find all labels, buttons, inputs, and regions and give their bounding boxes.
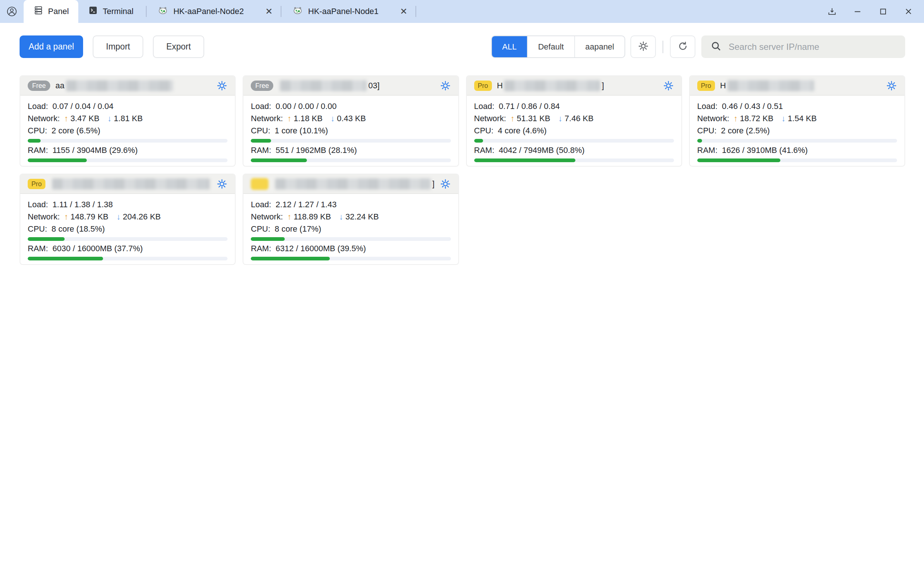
card-settings-gear-icon[interactable] <box>216 179 228 189</box>
account-icon[interactable] <box>0 0 24 23</box>
ram-progress-fill <box>697 159 780 162</box>
panel-card-body: Load: 0.71 / 0.86 / 0.84 Network: ↑ 51.3… <box>467 96 681 162</box>
import-button[interactable]: Import <box>93 36 143 58</box>
tab-terminal-label: Terminal <box>103 7 134 16</box>
panel-card[interactable]: Pro H Load: 0.46 / 0.43 / 0.51 <box>689 75 905 167</box>
filter-all[interactable]: ALL <box>492 36 527 57</box>
card-settings-gear-icon[interactable] <box>663 80 674 91</box>
ram-progress-fill <box>474 159 576 162</box>
network-row: Network: ↑ 1.18 KB ↓ 0.43 KB <box>251 112 450 125</box>
redacted-name-blur <box>275 179 430 189</box>
maximize-icon[interactable] <box>870 0 896 23</box>
ram-value: 551 / 1962MB (28.1%) <box>276 144 357 156</box>
network-row: Network: ↑ 51.31 KB ↓ 7.46 KB <box>474 112 674 125</box>
server-name-prefix: aa <box>56 81 64 90</box>
cpu-progress-track <box>28 237 228 241</box>
ram-row: RAM: 1626 / 3910MB (41.6%) <box>697 144 897 156</box>
refresh-button[interactable] <box>670 36 695 58</box>
panel-card-body: Load: 0.46 / 0.43 / 0.51 Network: ↑ 18.7… <box>690 96 904 162</box>
add-panel-button[interactable]: Add a panel <box>20 36 83 58</box>
cpu-value: 2 core (2.5%) <box>721 125 770 137</box>
panel-card[interactable]: Pro H ] Load: 0.71 / 0.86 / 0.84 <box>466 75 682 167</box>
group-settings-button[interactable] <box>630 36 656 58</box>
panel-card[interactable]: ] Load: 2.12 / 1.27 / 1.43 Network: ↑ <box>243 174 459 265</box>
download-icon[interactable] <box>819 0 844 23</box>
panel-card[interactable]: Free 03] Load: 0.00 / 0.00 / 0.00 <box>243 75 459 167</box>
plan-badge: Pro <box>697 81 715 91</box>
card-settings-gear-icon[interactable] <box>886 80 897 91</box>
upload-arrow-icon: ↑ <box>287 112 291 125</box>
load-label: Load: <box>474 100 495 112</box>
tab-node1[interactable]: HK-aaPanel-Node1 ✕ <box>284 0 412 23</box>
load-row: Load: 0.07 / 0.04 / 0.04 <box>28 100 228 112</box>
panel-card-body: Load: 0.00 / 0.00 / 0.00 Network: ↑ 1.18… <box>243 96 458 162</box>
filter-default[interactable]: Default <box>527 36 574 57</box>
network-row: Network: ↑ 3.47 KB ↓ 1.81 KB <box>28 112 228 125</box>
server-name-suffix: ] <box>432 179 434 189</box>
terminal-icon <box>88 5 98 18</box>
panel-card-header: ] <box>243 174 458 194</box>
server-name: aa <box>56 80 211 91</box>
cpu-label: CPU: <box>28 223 47 235</box>
card-settings-gear-icon[interactable] <box>440 80 451 91</box>
cpu-row: CPU: 2 core (2.5%) <box>697 125 897 137</box>
cpu-label: CPU: <box>28 125 47 137</box>
network-up-value: 148.79 KB <box>70 210 109 223</box>
ram-row: RAM: 551 / 1962MB (28.1%) <box>251 144 450 156</box>
window-controls <box>819 0 924 23</box>
ram-label: RAM: <box>697 144 717 156</box>
panel-card[interactable]: Pro Load: 1.11 / 1.38 / 1.38 <box>20 174 236 265</box>
network-label: Network: <box>28 112 60 125</box>
load-row: Load: 0.00 / 0.00 / 0.00 <box>251 100 450 112</box>
card-settings-gear-icon[interactable] <box>216 80 228 91</box>
close-icon[interactable] <box>896 0 921 23</box>
cpu-value: 1 core (10.1%) <box>275 125 328 137</box>
card-settings-gear-icon[interactable] <box>440 179 451 189</box>
network-row: Network: ↑ 148.79 KB ↓ 204.26 KB <box>28 210 228 223</box>
load-row: Load: 2.12 / 1.27 / 1.43 <box>251 198 450 210</box>
ram-label: RAM: <box>251 144 271 156</box>
ram-progress-track <box>251 159 450 162</box>
tab-node2[interactable]: HK-aaPanel-Node2 ✕ <box>150 0 278 23</box>
tab-node1-close-icon[interactable]: ✕ <box>400 7 407 16</box>
redacted-name-blur <box>280 80 367 91</box>
plan-badge: Pro <box>28 179 45 189</box>
search-input[interactable] <box>729 42 891 52</box>
ram-row: RAM: 4042 / 7949MB (50.8%) <box>474 144 674 156</box>
cpu-label: CPU: <box>251 125 270 137</box>
export-button[interactable]: Export <box>153 36 204 58</box>
filter-aapanel[interactable]: aapanel <box>574 36 624 57</box>
load-label: Load: <box>251 100 271 112</box>
search-icon <box>710 40 722 54</box>
server-name <box>51 179 211 189</box>
panel-card[interactable]: Free aa Load: 0.07 / 0.04 / 0.04 <box>20 75 236 167</box>
panel-card-body: Load: 1.11 / 1.38 / 1.38 Network: ↑ 148.… <box>20 194 235 260</box>
server-name-prefix: H <box>720 81 726 90</box>
plan-badge: Free <box>28 81 50 91</box>
cpu-value: 4 core (4.6%) <box>498 125 547 137</box>
network-down-value: 1.81 KB <box>114 112 142 125</box>
cpu-progress-fill <box>474 139 483 143</box>
load-label: Load: <box>28 198 48 210</box>
ram-progress-fill <box>251 257 330 260</box>
network-up-value: 118.89 KB <box>294 210 331 223</box>
cpu-progress-fill <box>697 139 702 143</box>
ram-value: 4042 / 7949MB (50.8%) <box>499 144 585 156</box>
search-box[interactable] <box>701 36 905 58</box>
tab-node2-close-icon[interactable]: ✕ <box>265 7 273 16</box>
panel-card-header: Pro H ] <box>467 76 681 96</box>
cpu-row: CPU: 2 core (6.5%) <box>28 125 228 137</box>
server-name: H <box>720 80 881 91</box>
network-row: Network: ↑ 18.72 KB ↓ 1.54 KB <box>697 112 897 125</box>
tab-terminal[interactable]: Terminal <box>78 0 143 23</box>
plan-badge: Free <box>251 81 273 91</box>
upload-arrow-icon: ↑ <box>287 210 291 223</box>
panel-card-header: Free aa <box>20 76 235 96</box>
tab-node1-label: HK-aaPanel-Node1 <box>308 7 378 16</box>
ram-row: RAM: 6312 / 16000MB (39.5%) <box>251 242 450 255</box>
minimize-icon[interactable] <box>844 0 870 23</box>
cpu-label: CPU: <box>474 125 494 137</box>
tab-panel[interactable]: Panel <box>24 0 78 23</box>
ram-row: RAM: 1155 / 3904MB (29.6%) <box>28 144 228 156</box>
cpu-row: CPU: 4 core (4.6%) <box>474 125 674 137</box>
